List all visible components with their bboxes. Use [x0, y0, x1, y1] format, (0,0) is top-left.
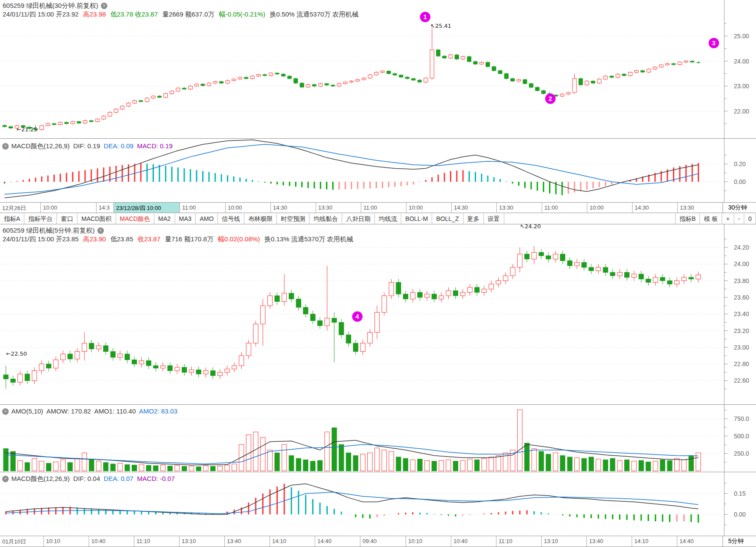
chart2-info-line: 24/01/11/四 15:00 开23.85 高23.90 低23.85 收2… — [3, 235, 353, 243]
time-cell: 10:00 — [225, 203, 270, 213]
indicator-toolbar: 指标A指标平台窗口MACD面积MACD颜色MA2MA3AMO信号线布林极限时空预… — [0, 213, 756, 224]
toolbar-spacer — [504, 213, 676, 224]
time-cell: 13:30 — [677, 203, 723, 213]
toolbar-item-4[interactable]: MACD面积 — [77, 213, 116, 224]
amo-values: AMO(5,10) AMOW: 170.82 AMO1: 110.40 AMO2… — [11, 407, 177, 416]
text-segment: 24/01/11/四 15:00 开23.92 — [3, 10, 80, 19]
time-cell: 14:40 — [315, 536, 360, 547]
toolbar-item-17[interactable]: 更多 — [463, 213, 484, 224]
chart1-info-line: 24/01/11/四 15:00 开23.92 高23.98 低23.78 收2… — [3, 10, 359, 19]
time-cell: 12月26日 — [0, 203, 40, 213]
axis-label: 23.00 — [734, 83, 749, 90]
axis-label: 24.00 — [734, 58, 749, 65]
tdx-main-window: 605259 绿田机械(30分钟.前复权) ˅ 24/01/11/四 15:00… — [0, 0, 756, 547]
period-selector-30min[interactable]: 30分钟 — [723, 203, 754, 213]
toolbar-right-item-2[interactable]: 模 板 — [700, 213, 722, 224]
chevron-down-icon[interactable]: ˅ — [97, 227, 104, 234]
axis-label: 22.00 — [734, 108, 749, 115]
time-cell: 14:30 — [632, 203, 677, 213]
text-segment: MACD颜色(12,26,9) DIF: 0.19 — [11, 142, 104, 150]
period-selector-5min[interactable]: 5分钟 — [723, 536, 754, 547]
time-cell: 23/12/28/四 10:00 — [113, 203, 180, 213]
toolbar-right-item-4[interactable]: - — [734, 213, 745, 224]
text-segment: MACD颜色(12,26,9) DIF: 0.04 — [11, 475, 104, 482]
text-segment: 24/01/11/四 15:00 开23.85 — [3, 235, 80, 243]
axis-label: 22.60 — [734, 377, 749, 384]
axis-label: 23.80 — [734, 277, 749, 284]
chart2-header: 605259 绿田机械(5分钟.前复权) ˅ 24/01/11/四 15:00 … — [3, 226, 353, 243]
toolbar-item-1[interactable]: 指标A — [0, 213, 24, 224]
text-segment: 高23.90 — [83, 235, 108, 243]
time-cell: 11:00 — [180, 203, 225, 213]
time-cell: 14:10 — [632, 536, 677, 547]
axis-label: 0.00 — [734, 178, 746, 185]
charts-canvas[interactable] — [0, 0, 756, 547]
time-cell: 11:10 — [134, 536, 179, 547]
toolbar-item-12[interactable]: 均线黏合 — [310, 213, 342, 224]
toolbar-right-item-5[interactable]: 0 — [744, 213, 756, 224]
toolbar-item-10[interactable]: 布林极限 — [244, 213, 277, 224]
toolbar-item-8[interactable]: AMO — [196, 213, 218, 224]
time-cell: 10:40 — [451, 536, 496, 547]
toolbar-item-6[interactable]: MA2 — [154, 213, 175, 224]
toolbar-item-11[interactable]: 时空预测 — [277, 213, 310, 224]
toolbar-item-15[interactable]: BOLL-M — [401, 213, 432, 224]
time-cell: 10:40 — [89, 536, 134, 547]
chart1-header: 605259 绿田机械(30分钟.前复权) ˅ 24/01/11/四 15:00… — [3, 1, 359, 19]
axis-label: 23.60 — [734, 294, 749, 301]
macd2-values: MACD颜色(12,26,9) DIF: 0.04 DEA: 0.07 MACD… — [11, 474, 175, 483]
toolbar-item-5[interactable]: MACD颜色 — [116, 213, 154, 224]
text-segment: 换0.13% 流通5370万 农用机械 — [264, 235, 353, 243]
text-segment: 量2669 额637.0万 — [162, 10, 216, 19]
time-cell: 13:30 — [496, 203, 542, 213]
text-segment: 收23.87 — [137, 235, 162, 243]
axis-label: 23.00 — [734, 344, 749, 351]
toolbar-item-7[interactable]: MA3 — [175, 213, 196, 224]
time-cell: 10:10 — [406, 536, 451, 547]
text-segment: 量716 额170.8万 — [165, 235, 215, 243]
toolbar-item-3[interactable]: 窗口 — [57, 213, 77, 224]
axis-label: 24.00 — [734, 260, 749, 267]
text-segment: DEA: 0.07 — [104, 475, 137, 482]
toolbar-item-14[interactable]: 均线流 — [375, 213, 401, 224]
price-callout: ↖24.20 — [520, 223, 541, 230]
axis-label: 500.0 — [734, 433, 749, 440]
toolbar-item-13[interactable]: 八卦日期 — [342, 213, 375, 224]
text-segment: MACD: 0.19 — [137, 142, 173, 150]
chevron-down-icon[interactable]: ˅ — [101, 3, 107, 9]
text-segment: 幅0.02(0.08%) — [218, 235, 262, 243]
chevron-down-icon[interactable]: ˅ — [2, 476, 9, 482]
time-cell: 14:40 — [677, 536, 723, 547]
text-segment: 幅-0.05(-0.21%) — [219, 10, 267, 19]
time-axis-5min: 01月10日10:1010:4011:1013:1013:4014:1014:4… — [0, 536, 756, 547]
text-segment: AMO2: 83.03 — [139, 407, 177, 415]
price-callout: ←22.50 — [6, 350, 27, 357]
time-cell: 10:00 — [587, 203, 632, 213]
time-cell: 09:40 — [360, 536, 406, 547]
time-cell: 13:10 — [179, 536, 224, 547]
axis-label: 0.20 — [734, 160, 746, 167]
chart2-title: 605259 绿田机械(5分钟.前复权) — [3, 226, 95, 235]
time-cell: 10:00 — [40, 203, 96, 213]
axis-label: 23.40 — [734, 310, 749, 317]
toolbar-item-2[interactable]: 指标平台 — [24, 213, 57, 224]
note-marker-1[interactable]: 1 — [420, 12, 430, 22]
time-cell: 11:10 — [496, 536, 541, 547]
toolbar-item-16[interactable]: BOLL_Z — [432, 213, 463, 224]
note-marker-3[interactable]: 3 — [709, 38, 719, 48]
time-cell: 10:10 — [43, 536, 89, 547]
text-segment: 换0.50% 流通5370万 农用机械 — [270, 10, 358, 19]
amo-header: ˅ AMO(5,10) AMOW: 170.82 AMO1: 110.40 AM… — [2, 407, 177, 416]
note-marker-4[interactable]: 4 — [352, 311, 363, 322]
toolbar-item-18[interactable]: 设置 — [484, 213, 504, 224]
toolbar-right-item-1[interactable]: 指标B — [675, 213, 700, 224]
toolbar-item-9[interactable]: 信号线 — [218, 213, 244, 224]
chevron-down-icon[interactable]: ˅ — [2, 143, 9, 150]
toolbar-right-item-3[interactable]: + — [722, 213, 734, 224]
macd2-header: ˅ MACD颜色(12,26,9) DIF: 0.04 DEA: 0.07 MA… — [2, 474, 175, 483]
price-callout: ↖25.41 — [430, 23, 451, 29]
chevron-down-icon[interactable]: ˅ — [2, 408, 9, 415]
note-marker-2[interactable]: 2 — [545, 93, 556, 104]
text-segment: AMO(5,10) AMOW: 170.82 AMO1: 110.40 — [11, 407, 139, 415]
time-cell: 11:00 — [361, 203, 406, 213]
